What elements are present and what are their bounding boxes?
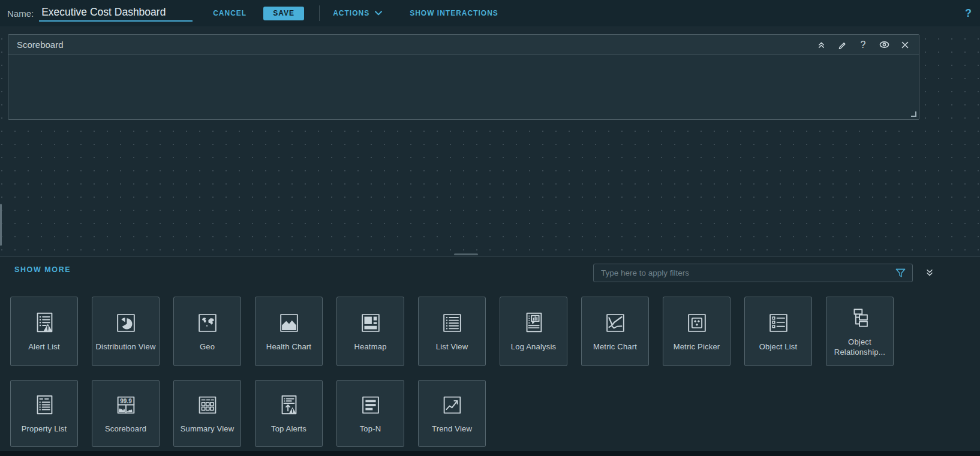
- palette-widget-distribution-view[interactable]: Distribution View: [92, 297, 160, 366]
- palette-widget-label: Object List: [759, 342, 798, 352]
- palette-widget-label: Top Alerts: [271, 424, 306, 434]
- summary-view-icon: [195, 392, 220, 418]
- save-button[interactable]: SAVE: [263, 7, 304, 20]
- health-chart-icon: [276, 310, 302, 336]
- scoreboard-widget-header[interactable]: Scoreboard ?: [8, 35, 919, 55]
- palette-widget-metric-picker[interactable]: Metric Picker: [663, 297, 731, 366]
- palette-widget-label: Distribution View: [96, 342, 156, 352]
- widget-toolbar: ?: [816, 40, 910, 50]
- palette-widget-label: Top-N: [360, 424, 381, 434]
- palette-widget-heatmap[interactable]: Heatmap: [336, 297, 404, 366]
- widget-palette-grid: Alert List Distribution View Geo Health …: [10, 297, 894, 447]
- filter-funnel-icon[interactable]: [895, 267, 906, 279]
- canvas-splitter-handle[interactable]: [454, 253, 478, 255]
- editor-toolbar: Name: CANCEL SAVE ACTIONS SHOW INTERACTI…: [0, 0, 980, 26]
- show-more-button[interactable]: SHOW MORE: [14, 265, 71, 274]
- chevron-down-icon: [375, 11, 382, 16]
- actions-label: ACTIONS: [333, 9, 369, 17]
- show-hide-icon[interactable]: [879, 40, 889, 50]
- trend-view-icon: [440, 392, 465, 418]
- palette-widget-label: Alert List: [28, 342, 60, 352]
- palette-widget-scoreboard[interactable]: 99.9 Scoreboard: [92, 380, 160, 447]
- widget-title: Scoreboard: [17, 40, 64, 50]
- dashboard-name-input[interactable]: [39, 5, 193, 22]
- show-interactions-button[interactable]: SHOW INTERACTIONS: [410, 9, 498, 17]
- top-alerts-icon: [276, 392, 302, 418]
- palette-widget-property-list[interactable]: Property List: [10, 380, 78, 447]
- palette-filter: [593, 264, 913, 282]
- bottom-edge: [0, 451, 980, 456]
- palette-widget-object-relationship[interactable]: Object Relationship...: [826, 297, 894, 366]
- distribution-view-icon: [113, 310, 139, 336]
- palette-widget-label: Geo: [200, 342, 215, 352]
- heatmap-icon: [358, 310, 383, 336]
- left-scrollbar-thumb[interactable]: [0, 204, 2, 246]
- palette-widget-summary-view[interactable]: Summary View: [173, 380, 241, 447]
- toolbar-divider: [319, 5, 320, 21]
- palette-widget-geo[interactable]: Geo: [173, 297, 241, 366]
- collapse-panel-icon[interactable]: [925, 268, 934, 277]
- palette-widget-trend-view[interactable]: Trend View: [418, 380, 486, 447]
- object-relationship-icon: [847, 306, 873, 331]
- palette-widget-label: Heatmap: [354, 342, 386, 352]
- metric-picker-icon: [684, 310, 710, 336]
- dashboard-canvas[interactable]: Scoreboard ?: [0, 26, 980, 256]
- palette-widget-list-view[interactable]: List View: [418, 297, 486, 366]
- widget-palette-panel: SHOW MORE Alert List Distribution View G…: [0, 256, 980, 456]
- palette-widget-label: Summary View: [181, 424, 235, 434]
- close-icon[interactable]: [900, 40, 910, 50]
- cancel-button[interactable]: CANCEL: [213, 9, 246, 17]
- scoreboard-widget[interactable]: Scoreboard ?: [8, 34, 919, 120]
- property-list-icon: [32, 392, 57, 418]
- filter-input[interactable]: [594, 268, 895, 277]
- name-label: Name:: [7, 8, 34, 19]
- actions-menu-button[interactable]: ACTIONS: [333, 9, 382, 17]
- help-icon[interactable]: ?: [858, 40, 868, 50]
- palette-widget-label: Scoreboard: [105, 424, 146, 434]
- palette-widget-alert-list[interactable]: Alert List: [10, 297, 78, 366]
- palette-widget-label: Trend View: [432, 424, 472, 434]
- palette-widget-top-n[interactable]: Top-N: [336, 380, 404, 447]
- top-n-icon: [358, 392, 383, 418]
- svg-text:99.9: 99.9: [120, 398, 132, 404]
- log-analysis-icon: [521, 310, 546, 336]
- palette-widget-metric-chart[interactable]: Metric Chart: [581, 297, 649, 366]
- palette-widget-log-analysis[interactable]: Log Analysis: [500, 297, 567, 366]
- object-list-icon: [766, 310, 791, 336]
- collapse-up-icon[interactable]: [816, 40, 826, 50]
- dashboard-editor: Name: CANCEL SAVE ACTIONS SHOW INTERACTI…: [0, 0, 980, 456]
- palette-widget-label: Metric Picker: [674, 342, 720, 352]
- metric-chart-icon: [603, 310, 628, 336]
- palette-widget-object-list[interactable]: Object List: [744, 297, 812, 366]
- palette-widget-label: List View: [436, 342, 468, 352]
- palette-widget-label: Log Analysis: [511, 342, 556, 352]
- widget-resize-handle[interactable]: [911, 111, 916, 117]
- edit-icon[interactable]: [837, 40, 847, 50]
- palette-widget-top-alerts[interactable]: Top Alerts: [255, 380, 323, 447]
- palette-widget-label: Property List: [22, 424, 67, 434]
- list-view-icon: [440, 310, 465, 336]
- alert-list-icon: [32, 310, 57, 336]
- palette-widget-label: Object Relationship...: [829, 337, 891, 358]
- geo-icon: [195, 310, 220, 336]
- palette-widget-label: Health Chart: [266, 342, 311, 352]
- palette-widget-health-chart[interactable]: Health Chart: [255, 297, 323, 366]
- app-help-icon[interactable]: ?: [965, 7, 972, 20]
- scoreboard-icon: 99.9: [113, 392, 139, 418]
- palette-widget-label: Metric Chart: [593, 342, 637, 352]
